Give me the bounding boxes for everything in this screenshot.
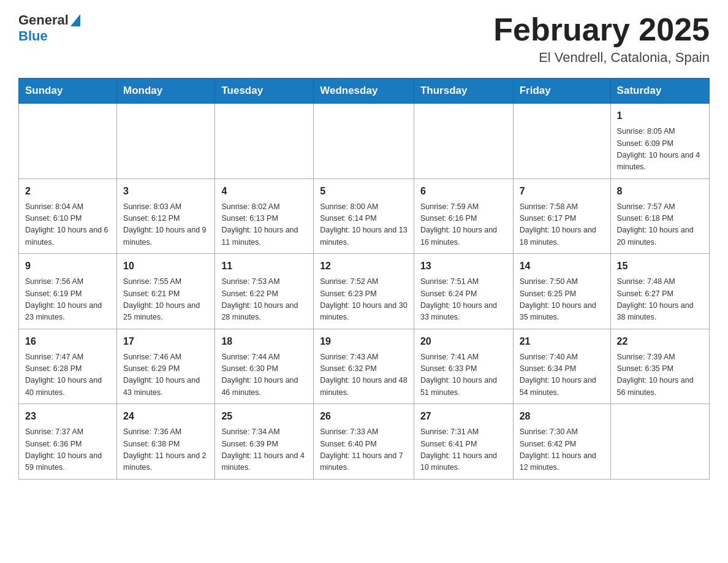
calendar-week-row: 1Sunrise: 8:05 AM Sunset: 6:09 PM Daylig… bbox=[19, 104, 710, 179]
title-section: February 2025 El Vendrell, Catalonia, Sp… bbox=[493, 12, 710, 66]
day-number: 5 bbox=[320, 184, 408, 199]
weekday-header: Sunday bbox=[19, 79, 117, 104]
calendar-cell: 28Sunrise: 7:30 AM Sunset: 6:42 PM Dayli… bbox=[513, 404, 610, 480]
day-info: Sunrise: 7:40 AM Sunset: 6:34 PM Dayligh… bbox=[520, 351, 604, 399]
weekday-header: Friday bbox=[513, 79, 610, 104]
day-info: Sunrise: 7:34 AM Sunset: 6:39 PM Dayligh… bbox=[221, 426, 307, 474]
calendar-cell bbox=[19, 104, 117, 179]
day-number: 16 bbox=[25, 334, 110, 349]
day-info: Sunrise: 7:50 AM Sunset: 6:25 PM Dayligh… bbox=[520, 276, 604, 324]
day-number: 13 bbox=[420, 259, 507, 274]
calendar-cell: 19Sunrise: 7:43 AM Sunset: 6:32 PM Dayli… bbox=[314, 329, 414, 404]
day-info: Sunrise: 7:53 AM Sunset: 6:22 PM Dayligh… bbox=[221, 276, 307, 324]
day-number: 23 bbox=[25, 409, 110, 424]
calendar-cell: 16Sunrise: 7:47 AM Sunset: 6:28 PM Dayli… bbox=[19, 329, 117, 404]
day-info: Sunrise: 7:59 AM Sunset: 6:16 PM Dayligh… bbox=[420, 201, 507, 249]
calendar-cell: 12Sunrise: 7:52 AM Sunset: 6:23 PM Dayli… bbox=[314, 254, 414, 329]
calendar-cell bbox=[117, 104, 215, 179]
day-number: 11 bbox=[221, 259, 307, 274]
day-info: Sunrise: 7:57 AM Sunset: 6:18 PM Dayligh… bbox=[617, 201, 703, 249]
calendar-cell bbox=[314, 104, 414, 179]
day-number: 15 bbox=[617, 259, 703, 274]
weekday-header: Wednesday bbox=[314, 79, 414, 104]
day-info: Sunrise: 7:58 AM Sunset: 6:17 PM Dayligh… bbox=[520, 201, 604, 249]
day-info: Sunrise: 8:02 AM Sunset: 6:13 PM Dayligh… bbox=[221, 201, 307, 249]
day-number: 17 bbox=[123, 334, 208, 349]
calendar-week-row: 2Sunrise: 8:04 AM Sunset: 6:10 PM Daylig… bbox=[19, 178, 710, 254]
day-number: 10 bbox=[123, 259, 208, 274]
day-number: 28 bbox=[520, 409, 604, 424]
calendar-cell bbox=[610, 404, 709, 480]
day-info: Sunrise: 7:41 AM Sunset: 6:33 PM Dayligh… bbox=[420, 351, 507, 399]
day-number: 3 bbox=[123, 184, 208, 199]
day-info: Sunrise: 8:05 AM Sunset: 6:09 PM Dayligh… bbox=[617, 126, 703, 174]
day-info: Sunrise: 8:04 AM Sunset: 6:10 PM Dayligh… bbox=[25, 201, 110, 249]
calendar-cell: 1Sunrise: 8:05 AM Sunset: 6:09 PM Daylig… bbox=[610, 104, 709, 179]
day-info: Sunrise: 8:00 AM Sunset: 6:14 PM Dayligh… bbox=[320, 201, 408, 249]
calendar-cell: 13Sunrise: 7:51 AM Sunset: 6:24 PM Dayli… bbox=[414, 254, 513, 329]
calendar-cell: 26Sunrise: 7:33 AM Sunset: 6:40 PM Dayli… bbox=[314, 404, 414, 480]
calendar-cell bbox=[513, 104, 610, 179]
calendar-cell: 22Sunrise: 7:39 AM Sunset: 6:35 PM Dayli… bbox=[610, 329, 709, 404]
day-number: 21 bbox=[520, 334, 604, 349]
calendar-cell: 2Sunrise: 8:04 AM Sunset: 6:10 PM Daylig… bbox=[19, 178, 117, 254]
page-header: General Blue February 2025 El Vendrell, … bbox=[18, 12, 710, 66]
weekday-header: Saturday bbox=[610, 79, 709, 104]
calendar-cell: 4Sunrise: 8:02 AM Sunset: 6:13 PM Daylig… bbox=[215, 178, 314, 254]
day-info: Sunrise: 7:55 AM Sunset: 6:21 PM Dayligh… bbox=[123, 276, 208, 324]
calendar-cell: 25Sunrise: 7:34 AM Sunset: 6:39 PM Dayli… bbox=[215, 404, 314, 480]
day-number: 14 bbox=[520, 259, 604, 274]
day-info: Sunrise: 7:51 AM Sunset: 6:24 PM Dayligh… bbox=[420, 276, 507, 324]
logo-general-text: General bbox=[18, 12, 69, 28]
day-info: Sunrise: 7:31 AM Sunset: 6:41 PM Dayligh… bbox=[420, 426, 507, 474]
day-number: 7 bbox=[520, 184, 604, 199]
day-number: 6 bbox=[420, 184, 507, 199]
calendar-cell bbox=[215, 104, 314, 179]
calendar-cell: 6Sunrise: 7:59 AM Sunset: 6:16 PM Daylig… bbox=[414, 178, 513, 254]
calendar-cell: 14Sunrise: 7:50 AM Sunset: 6:25 PM Dayli… bbox=[513, 254, 610, 329]
calendar-cell: 20Sunrise: 7:41 AM Sunset: 6:33 PM Dayli… bbox=[414, 329, 513, 404]
day-number: 22 bbox=[617, 334, 703, 349]
day-number: 24 bbox=[123, 409, 208, 424]
day-info: Sunrise: 7:36 AM Sunset: 6:38 PM Dayligh… bbox=[123, 426, 208, 474]
day-number: 1 bbox=[617, 109, 703, 123]
calendar-week-row: 9Sunrise: 7:56 AM Sunset: 6:19 PM Daylig… bbox=[19, 254, 710, 329]
calendar-cell: 17Sunrise: 7:46 AM Sunset: 6:29 PM Dayli… bbox=[117, 329, 215, 404]
logo: General Blue bbox=[18, 12, 80, 44]
day-number: 2 bbox=[25, 184, 110, 199]
month-title: February 2025 bbox=[493, 12, 710, 47]
day-number: 4 bbox=[221, 184, 307, 199]
calendar-cell: 11Sunrise: 7:53 AM Sunset: 6:22 PM Dayli… bbox=[215, 254, 314, 329]
calendar-cell: 7Sunrise: 7:58 AM Sunset: 6:17 PM Daylig… bbox=[513, 178, 610, 254]
day-info: Sunrise: 7:48 AM Sunset: 6:27 PM Dayligh… bbox=[617, 276, 703, 324]
day-info: Sunrise: 7:30 AM Sunset: 6:42 PM Dayligh… bbox=[520, 426, 604, 474]
day-info: Sunrise: 7:52 AM Sunset: 6:23 PM Dayligh… bbox=[320, 276, 408, 324]
calendar-week-row: 23Sunrise: 7:37 AM Sunset: 6:36 PM Dayli… bbox=[19, 404, 710, 480]
calendar-cell: 23Sunrise: 7:37 AM Sunset: 6:36 PM Dayli… bbox=[19, 404, 117, 480]
logo-triangle-icon bbox=[70, 14, 80, 26]
location-title: El Vendrell, Catalonia, Spain bbox=[493, 50, 710, 66]
calendar-cell: 3Sunrise: 8:03 AM Sunset: 6:12 PM Daylig… bbox=[117, 178, 215, 254]
calendar-cell: 10Sunrise: 7:55 AM Sunset: 6:21 PM Dayli… bbox=[117, 254, 215, 329]
day-number: 19 bbox=[320, 334, 408, 349]
calendar-cell bbox=[414, 104, 513, 179]
day-info: Sunrise: 7:46 AM Sunset: 6:29 PM Dayligh… bbox=[123, 351, 208, 399]
calendar-table: SundayMondayTuesdayWednesdayThursdayFrid… bbox=[18, 78, 710, 480]
day-number: 25 bbox=[221, 409, 307, 424]
day-info: Sunrise: 7:56 AM Sunset: 6:19 PM Dayligh… bbox=[25, 276, 110, 324]
calendar-cell: 18Sunrise: 7:44 AM Sunset: 6:30 PM Dayli… bbox=[215, 329, 314, 404]
day-number: 27 bbox=[420, 409, 507, 424]
weekday-header: Tuesday bbox=[215, 79, 314, 104]
day-info: Sunrise: 7:33 AM Sunset: 6:40 PM Dayligh… bbox=[320, 426, 408, 474]
day-info: Sunrise: 7:44 AM Sunset: 6:30 PM Dayligh… bbox=[221, 351, 307, 399]
day-info: Sunrise: 8:03 AM Sunset: 6:12 PM Dayligh… bbox=[123, 201, 208, 249]
weekday-header: Monday bbox=[117, 79, 215, 104]
calendar-cell: 21Sunrise: 7:40 AM Sunset: 6:34 PM Dayli… bbox=[513, 329, 610, 404]
logo-blue-text: Blue bbox=[18, 28, 48, 44]
calendar-cell: 8Sunrise: 7:57 AM Sunset: 6:18 PM Daylig… bbox=[610, 178, 709, 254]
calendar-cell: 5Sunrise: 8:00 AM Sunset: 6:14 PM Daylig… bbox=[314, 178, 414, 254]
calendar-cell: 15Sunrise: 7:48 AM Sunset: 6:27 PM Dayli… bbox=[610, 254, 709, 329]
calendar-header-row: SundayMondayTuesdayWednesdayThursdayFrid… bbox=[19, 79, 710, 104]
day-number: 8 bbox=[617, 184, 703, 199]
day-info: Sunrise: 7:39 AM Sunset: 6:35 PM Dayligh… bbox=[617, 351, 703, 399]
